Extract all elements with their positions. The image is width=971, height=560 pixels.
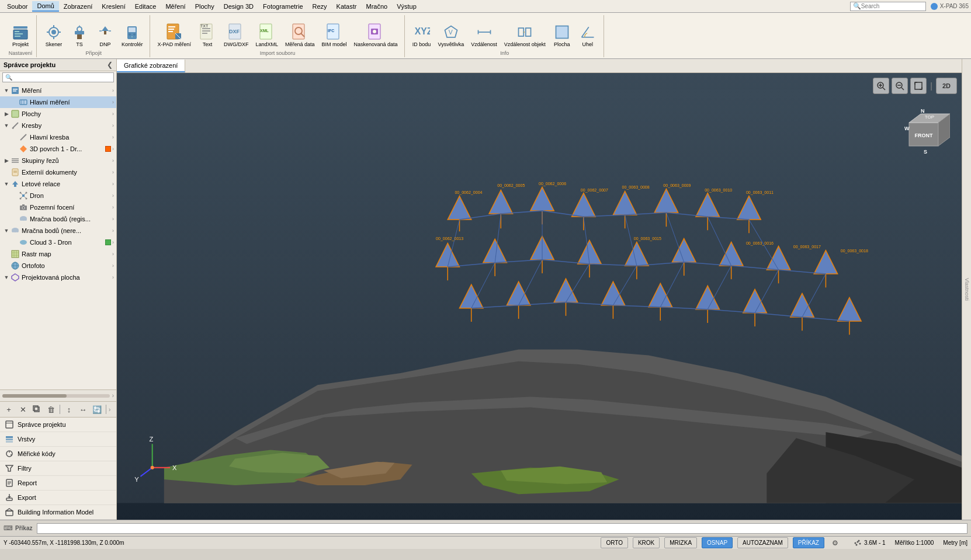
- tree-item-plochy[interactable]: ▶ Plochy ›: [0, 108, 116, 120]
- tree-item-mracna-nere[interactable]: ▼ Mračna bodů (nere... ›: [0, 225, 116, 236]
- bottom-nav-bim[interactable]: Building Information Model: [0, 505, 116, 520]
- ribbon-btn-ts[interactable]: TS: [67, 20, 92, 50]
- svg-point-96: [20, 240, 27, 245]
- svg-point-46: [373, 30, 376, 33]
- bottom-nav-export[interactable]: Export: [0, 491, 116, 505]
- ribbon-btn-skener[interactable]: Skener: [41, 20, 66, 50]
- viewport-tab-graficke[interactable]: Grafické zobrazení: [117, 60, 185, 72]
- view-cube[interactable]: FRONT TOP N W S: [903, 108, 950, 155]
- tree-item-mracna-reg[interactable]: Mračna bodů (regis... ›: [0, 213, 116, 225]
- stool-more[interactable]: ›: [109, 406, 110, 413]
- sidebar-collapse-btn[interactable]: ❮: [107, 61, 113, 69]
- btn-autozaznam[interactable]: AUTOZAZNAM: [737, 537, 788, 548]
- ribbon-btn-merena-data[interactable]: Měřená data: [282, 20, 318, 50]
- bottom-nav-report[interactable]: Report: [0, 476, 116, 491]
- vysvetlivka-icon: V: [442, 23, 460, 41]
- sidebar-search-input[interactable]: [12, 74, 111, 81]
- bottom-nav-vrstvy[interactable]: Vrstvy: [0, 432, 116, 447]
- expand-icon-skupiny: ▶: [2, 158, 11, 164]
- ribbon-btn-vysvetlivka[interactable]: V Vysvětlivka: [435, 20, 467, 50]
- menu-zobrazeni[interactable]: Zobrazení: [59, 2, 98, 11]
- stool-rotate[interactable]: 🔄: [91, 403, 103, 416]
- fit-view-btn[interactable]: [910, 78, 927, 94]
- btn-osnap[interactable]: OSNAP: [702, 537, 733, 548]
- tree-item-cloud3[interactable]: Cloud 3 - Dron ›: [0, 236, 116, 248]
- viewport-canvas[interactable]: 00_0062_0004 00_0062_0005 00_0062_0006 0…: [117, 73, 962, 520]
- ribbon-btn-dnp[interactable]: DNP: [93, 20, 117, 50]
- ribbon-btn-kontroler[interactable]: Kontrolér: [119, 20, 146, 50]
- stool-add[interactable]: +: [2, 403, 15, 416]
- tree-item-kresby[interactable]: ▼ Kresby ›: [0, 120, 116, 131]
- scroll-right-arrow[interactable]: ›: [112, 392, 114, 399]
- menu-fotogrametrie[interactable]: Fotogrametrie: [258, 2, 307, 11]
- tree-item-ortofoto[interactable]: Ortofoto ›: [0, 260, 116, 272]
- bottom-nav-filtry[interactable]: Filtry: [0, 461, 116, 476]
- ribbon-btn-projekt[interactable]: Projekt: [8, 20, 33, 50]
- bottom-nav-mericke[interactable]: Měřické kódy: [0, 447, 116, 461]
- menu-katastr[interactable]: Katastr: [332, 2, 362, 11]
- search-input[interactable]: [861, 3, 920, 9]
- search-box[interactable]: 🔍: [850, 2, 926, 11]
- tree-scrollbar-area[interactable]: ›: [0, 389, 116, 401]
- tree-item-dron[interactable]: Dron ›: [0, 190, 116, 201]
- tree-item-externi[interactable]: Externíí dokumenty ›: [0, 166, 116, 178]
- ts-icon: [70, 23, 89, 41]
- stool-move-up[interactable]: ↕: [63, 403, 75, 416]
- menu-kresleni[interactable]: Kreslení: [97, 2, 130, 11]
- btn-krok[interactable]: KROK: [633, 537, 660, 548]
- tree-item-proj-plocha[interactable]: ▼ Projektovaná plocha ›: [0, 272, 116, 283]
- kontroler-label: Kontrolér: [122, 41, 143, 48]
- ribbon-btn-uhel[interactable]: Uhel: [575, 20, 600, 50]
- ribbon-btn-dwg[interactable]: DXF DWG/DXF: [221, 20, 252, 50]
- menu-vystup[interactable]: Výstup: [392, 2, 421, 11]
- menu-editace[interactable]: Editace: [130, 2, 161, 11]
- status-settings-btn[interactable]: ⚙: [829, 537, 842, 549]
- right-panel-toggle[interactable]: Vlastnosti: [962, 59, 971, 520]
- tree-item-rastr[interactable]: Rastr map ›: [0, 248, 116, 260]
- ribbon-btn-plocha[interactable]: Plocha: [550, 20, 574, 50]
- command-text-input[interactable]: [40, 525, 965, 531]
- menu-plochy[interactable]: Plochy: [190, 2, 219, 11]
- stool-cut[interactable]: ✕: [16, 403, 29, 416]
- btn-prikaz[interactable]: PŘÍKAZ: [793, 537, 824, 548]
- ribbon-btn-vzdalenost[interactable]: Vzdálenost: [468, 20, 500, 50]
- tree-item-hlavni-mereni[interactable]: Hlavní měření ›: [0, 96, 116, 108]
- tree-item-mereni[interactable]: ▼ Měření ›: [0, 85, 116, 96]
- stool-copy[interactable]: [30, 403, 43, 416]
- mereni-icon: [11, 86, 20, 95]
- command-input[interactable]: [37, 523, 967, 534]
- zoom-out-btn[interactable]: [892, 78, 908, 94]
- btn-orto[interactable]: ORTO: [601, 537, 628, 548]
- tree-item-skupiny-rezu[interactable]: ▶ Skupiny řezů ›: [0, 155, 116, 166]
- h-scrollbar[interactable]: [2, 394, 110, 398]
- bottom-nav-spravce[interactable]: Správce projektu: [0, 418, 116, 432]
- ribbon-btn-xpad-mereni[interactable]: X-PAD měření: [155, 20, 194, 50]
- svg-line-85: [25, 197, 26, 199]
- zoom-in-btn[interactable]: [873, 78, 889, 94]
- ribbon-btn-text[interactable]: TXT Text: [195, 20, 220, 50]
- ribbon-btn-naskenova[interactable]: Naskenovaná data: [351, 20, 400, 50]
- stool-move-h[interactable]: ↔: [77, 403, 89, 416]
- menu-mracno[interactable]: Mračno: [361, 2, 392, 11]
- ribbon-btn-id-bodu[interactable]: XYZ ID bodu: [410, 20, 434, 50]
- svg-line-68: [20, 134, 26, 140]
- stool-delete[interactable]: 🗑: [44, 403, 57, 416]
- spravce-icon: [5, 420, 14, 429]
- menu-soubor[interactable]: Soubor: [2, 2, 32, 11]
- ribbon-btn-landxml[interactable]: XML LandXML: [252, 20, 281, 50]
- tree-item-3d-povrch[interactable]: 3D povrch 1 - Dr... ›: [0, 143, 116, 155]
- ribbon-buttons-pripojit: Skener TS DNP: [41, 15, 146, 50]
- ribbon-btn-bim[interactable]: IFC BIM model: [318, 20, 349, 50]
- tree-item-letove[interactable]: ▼ Letové relace ›: [0, 178, 116, 190]
- ribbon-btn-vzdalenost-obj[interactable]: Vzdálenost objekt: [501, 20, 549, 50]
- view-2d-btn[interactable]: 2D: [936, 78, 957, 94]
- menu-mereni[interactable]: Měření: [161, 2, 190, 11]
- menu-design3d[interactable]: Design 3D: [219, 2, 258, 11]
- tree-item-pozemni[interactable]: Pozemní focení ›: [0, 201, 116, 213]
- svg-point-249: [855, 544, 857, 545]
- svg-point-94: [12, 230, 14, 232]
- menu-domu[interactable]: Domů: [32, 1, 58, 12]
- menu-rezy[interactable]: Rezy: [308, 2, 332, 11]
- tree-item-hlavni-kresba[interactable]: Hlavní kresba ›: [0, 131, 116, 143]
- btn-mrizka[interactable]: MRIZKA: [664, 537, 697, 548]
